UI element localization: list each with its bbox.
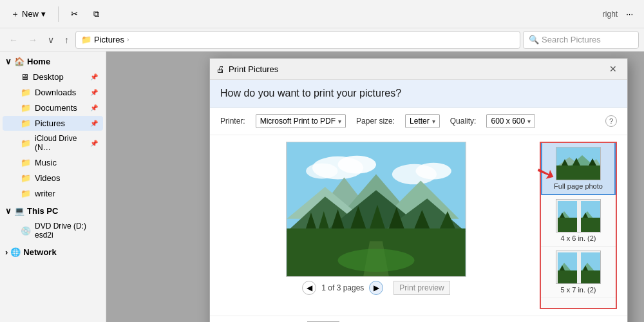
dialog-bottom-bar: Copies of each picture: ▲ ▼ Fit picture … <box>210 316 627 322</box>
copy-icon: ⧉ <box>93 9 99 19</box>
photo-preview <box>286 142 466 277</box>
sidebar-group-thispc[interactable]: ∨ 💻 This PC <box>0 204 106 218</box>
layout-full-label: Full page photo <box>554 182 603 190</box>
paper-label: Paper size: <box>356 117 395 126</box>
up-button[interactable]: ↑ <box>61 32 73 48</box>
pictures-icon: 📁 <box>21 118 31 128</box>
new-button[interactable]: ＋ New ▾ <box>5 5 52 23</box>
sidebar-item-pictures[interactable]: 📁 Pictures 📌 <box>3 116 103 131</box>
thumb-5x7-svg <box>556 251 601 284</box>
layout-5x7-label: 5 x 7 in. (2) <box>560 286 596 294</box>
toolbar: ＋ New ▾ ✂ ⧉ right ··· <box>0 0 644 28</box>
quality-select[interactable]: 600 x 600 ▾ <box>486 114 535 128</box>
mountain-svg <box>287 142 466 276</box>
layout-thumb-full <box>556 147 601 180</box>
downloads-label: Downloads <box>35 88 76 97</box>
pin-icon-2: 📌 <box>90 89 98 96</box>
printer-arrow: ▾ <box>338 118 341 125</box>
pin-icon-3: 📌 <box>90 104 98 111</box>
sidebar-item-documents[interactable]: 📁 Documents 📌 <box>3 100 103 115</box>
home-label: Home <box>27 57 50 66</box>
sidebar-group-home[interactable]: ∨ 🏠 Home <box>0 54 106 69</box>
dialog-close-button[interactable]: ✕ <box>605 62 621 75</box>
svg-rect-48 <box>581 270 600 283</box>
dialog-titlebar: 🖨 Print Pictures ✕ <box>210 59 627 80</box>
sidebar-item-downloads[interactable]: 📁 Downloads 📌 <box>3 85 103 100</box>
music-icon: 📁 <box>21 158 31 167</box>
search-icon: 🔍 <box>529 35 539 44</box>
sidebar-item-videos[interactable]: 📁 Videos <box>3 171 103 185</box>
videos-label: Videos <box>35 173 61 183</box>
sidebar-item-music[interactable]: 📁 Music <box>3 155 103 170</box>
search-placeholder: Search Pictures <box>542 35 601 44</box>
thispc-label: This PC <box>27 206 58 216</box>
writer-label: writer <box>35 189 55 198</box>
more-button[interactable]: ··· <box>620 6 639 22</box>
layout-thumb-4x6 <box>556 199 601 232</box>
icloud-label: iCloud Drive (N… <box>35 134 86 152</box>
layout-5x7[interactable]: 5 x 7 in. (2) <box>541 247 616 298</box>
printer-value: Microsoft Print to PDF <box>260 117 336 126</box>
dialog-header-text: How do you want to print your pictures? <box>220 88 401 99</box>
right-label: right <box>603 10 618 19</box>
svg-rect-28 <box>556 166 601 180</box>
copy-button[interactable]: ⧉ <box>88 6 105 23</box>
quality-label: Quality: <box>450 117 477 126</box>
network-label: Network <box>23 247 56 257</box>
dialog-title-text: Print Pictures <box>229 64 601 74</box>
new-label: New <box>22 9 39 19</box>
music-label: Music <box>35 158 57 167</box>
next-page-button[interactable]: ▶ <box>369 281 383 295</box>
recent-button[interactable]: ∨ <box>44 32 58 48</box>
sidebar-item-desktop[interactable]: 🖥 Desktop 📌 <box>3 70 103 84</box>
back-button[interactable]: ← <box>5 32 22 48</box>
expand-icon-3: › <box>5 247 8 257</box>
printer-select[interactable]: Microsoft Print to PDF ▾ <box>256 114 346 128</box>
thispc-icon: 💻 <box>14 206 24 216</box>
videos-icon: 📁 <box>21 173 31 183</box>
printer-settings-row: Printer: Microsoft Print to PDF ▾ Paper … <box>210 108 627 135</box>
sidebar-item-icloud[interactable]: 📁 iCloud Drive (N… 📌 <box>3 131 103 155</box>
folder-icon: 📁 <box>81 35 91 44</box>
new-icon: ＋ <box>11 8 19 20</box>
svg-rect-35 <box>558 218 577 232</box>
documents-label: Documents <box>35 103 77 113</box>
expand-icon-2: ∨ <box>5 206 12 216</box>
pin-icon-5: 📌 <box>90 140 98 147</box>
paper-select[interactable]: Letter ▾ <box>405 114 440 128</box>
sidebar-item-writer[interactable]: 📁 writer <box>3 186 103 201</box>
dialog-title-icon: 🖨 <box>216 64 225 74</box>
forward-button[interactable]: → <box>24 32 41 48</box>
pictures-label: Pictures <box>35 118 65 128</box>
sidebar-group-network[interactable]: › 🌐 Network <box>0 245 106 260</box>
pin-icon-4: 📌 <box>90 120 98 127</box>
desktop-icon: 🖥 <box>21 72 29 82</box>
layout-4x6[interactable]: 4 x 6 in. (2) <box>541 195 616 247</box>
address-text: Pictures <box>94 35 124 44</box>
layout-4x6-label: 4 x 6 in. (2) <box>560 234 596 242</box>
cut-icon: ✂ <box>71 9 78 19</box>
pin-icon: 📌 <box>90 73 98 80</box>
main-area: ∨ 🏠 Home 🖥 Desktop 📌 📁 Downloads 📌 📁 Doc… <box>0 52 644 322</box>
help-icon: ? <box>609 117 613 125</box>
svg-rect-39 <box>581 218 600 232</box>
help-button[interactable]: ? <box>605 115 617 127</box>
cut-button[interactable]: ✂ <box>65 6 84 22</box>
documents-icon: 📁 <box>21 103 31 113</box>
quality-value: 600 x 600 <box>491 117 525 126</box>
address-bar[interactable]: 📁 Pictures › <box>75 31 520 49</box>
icloud-icon: 📁 <box>21 138 31 148</box>
print-preview-button[interactable]: Print preview <box>393 281 450 295</box>
svg-point-23 <box>338 249 415 272</box>
downloads-icon: 📁 <box>21 88 31 97</box>
layout-panel: Full page photo <box>540 142 617 309</box>
svg-point-3 <box>306 164 338 179</box>
search-bar[interactable]: 🔍 Search Pictures <box>523 31 639 49</box>
layout-full-page[interactable]: Full page photo <box>541 143 616 195</box>
navbar: ← → ∨ ↑ 📁 Pictures › 🔍 Search Pictures <box>0 28 644 52</box>
desktop-label: Desktop <box>33 72 64 82</box>
prev-page-button[interactable]: ◀ <box>302 281 316 295</box>
sidebar-item-dvd[interactable]: 💿 DVD Drive (D:) esd2i <box>3 219 103 242</box>
quality-arrow: ▾ <box>527 118 531 125</box>
thumb-full-svg <box>556 147 601 180</box>
